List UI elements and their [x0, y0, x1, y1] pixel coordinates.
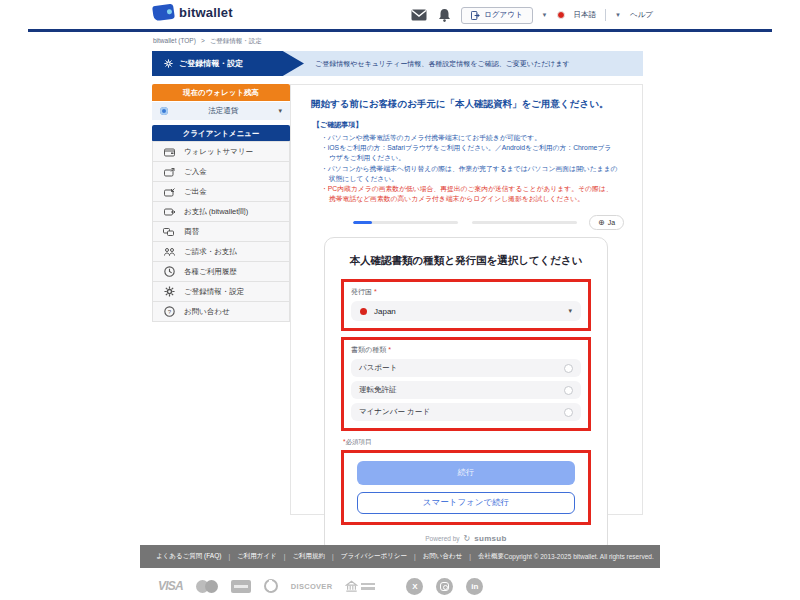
bitwallet-logo[interactable]: bitwallet — [153, 5, 233, 20]
breadcrumb-root[interactable]: bitwallet (TOP) — [153, 37, 196, 46]
bank-transfer-label-lines — [361, 583, 375, 590]
doc-option-label: マイナンバー カード — [359, 407, 430, 417]
brand-icons-row: VISA DISCOVER X in — [158, 573, 483, 599]
sidebar: 現在のウォレット残高 法定通貨 ▾ クライアントメニュー ウォレットサマリー ご… — [152, 84, 290, 322]
doc-option-mynumber-card[interactable]: マイナンバー カード — [351, 403, 581, 421]
breadcrumb-current: ご登録情報・設定 — [210, 37, 262, 46]
breadcrumb: bitwallet (TOP) > ご登録情報・設定 — [153, 37, 262, 46]
gear-icon — [164, 59, 173, 68]
banner-description: ご登録情報やセキュリティー情報、各種設定情報をご確認、ご変更いただけます — [315, 51, 635, 76]
instagram-icon[interactable] — [436, 578, 453, 595]
note-item-warning: PC内蔵カメラの画素数が低い場合、再提出のご案内が送信することがあります。その際… — [321, 184, 618, 204]
powered-by: Powered by ↻ sumsub — [341, 534, 591, 543]
bank-transfer-icon — [345, 580, 375, 593]
currency-selector[interactable]: 法定通貨 ▾ — [152, 102, 290, 120]
sidebar-item-wallet-summary[interactable]: ウォレットサマリー — [152, 141, 290, 162]
question-icon: ? — [163, 306, 175, 317]
sidebar-item-label: ウォレットサマリー — [184, 147, 253, 157]
amex-icon — [231, 580, 251, 593]
bitwallet-logo-text: bitwallet — [179, 5, 233, 20]
client-menu-header: クライアントメニュー — [152, 125, 290, 142]
sidebar-item-settings[interactable]: ご登録情報・設定 — [152, 281, 290, 302]
widget-language-button[interactable]: ⊕ Ja — [589, 215, 624, 230]
billing-icon — [163, 247, 175, 257]
deposit-icon — [163, 167, 175, 177]
footer-separator: | — [284, 553, 286, 560]
sidebar-item-label: お支払 (bitwallet間) — [184, 207, 248, 217]
japan-flag-icon — [557, 11, 565, 19]
powered-by-text: Powered by — [425, 535, 459, 542]
language-selector[interactable]: 日本語 — [574, 10, 597, 20]
mail-icon[interactable] — [411, 7, 427, 23]
footer-link-contact[interactable]: お問い合わせ — [423, 552, 463, 561]
radio-button[interactable] — [564, 386, 573, 395]
history-icon — [163, 266, 175, 277]
footer-link-company[interactable]: 会社概要 — [478, 552, 504, 561]
x-social-icon[interactable]: X — [406, 578, 423, 595]
footer-link-terms[interactable]: ご利用規約 — [292, 552, 325, 561]
sidebar-item-contact[interactable]: ? お問い合わせ — [152, 301, 290, 322]
sidebar-item-history[interactable]: 各種ご利用履歴 — [152, 261, 290, 282]
footer-links: よくあるご質問 (FAQ)| ご利用ガイド| ご利用規約| プライバシーポリシー… — [156, 552, 504, 561]
sidebar-item-exchange[interactable]: 両替 — [152, 221, 290, 242]
doc-option-passport[interactable]: パスポート — [351, 359, 581, 377]
sidebar-item-label: 各種ご利用履歴 — [184, 267, 237, 277]
sidebar-item-deposit[interactable]: ご入金 — [152, 161, 290, 182]
footer-separator: | — [469, 553, 471, 560]
radio-button[interactable] — [564, 408, 573, 417]
footer-link-guide[interactable]: ご利用ガイド — [237, 552, 277, 561]
document-select-title: 本人確認書類の種類と発行国を選択してください — [345, 253, 587, 267]
bitwallet-logo-icon — [152, 4, 175, 22]
notes-header: 【ご確認事項】 — [313, 120, 622, 130]
page-banner: ご登録情報・設定 ご登録情報やセキュリティー情報、各種設定情報をご確認、ご変更い… — [152, 51, 643, 76]
chevron-down-icon: ▾ — [568, 307, 572, 315]
required-note-text: 必須項目 — [346, 438, 372, 445]
header-divider — [605, 9, 606, 21]
footer: よくあるご質問 (FAQ)| ご利用ガイド| ご利用規約| プライバシーポリシー… — [140, 545, 660, 568]
footer-link-faq[interactable]: よくあるご質問 (FAQ) — [156, 552, 221, 561]
help-menu[interactable]: ヘルプ — [630, 10, 653, 20]
radio-button[interactable] — [564, 364, 573, 373]
footer-separator: | — [332, 553, 334, 560]
doc-option-drivers-license[interactable]: 運転免許証 — [351, 381, 581, 399]
logout-icon — [471, 11, 480, 20]
header-actions: ログアウト ▼ 日本語 ▼ ヘルプ — [411, 4, 653, 26]
instructions-title: 開始する前にお客様のお手元に「本人確認資料」をご用意ください。 — [311, 98, 624, 111]
verification-panel: 開始する前にお客様のお手元に「本人確認資料」をご用意ください。 【ご確認事項】 … — [290, 84, 643, 515]
japan-flag-icon — [360, 308, 367, 315]
note-item: パソコンから携帯端末へ切り替えの際は、作業が完了するまではパソコン画面は開いたま… — [321, 164, 618, 184]
widget-language-label: Ja — [608, 219, 615, 226]
notification-bell-icon[interactable] — [436, 7, 452, 23]
sumsub-logo-icon: ↻ — [464, 535, 471, 543]
doc-option-label: パスポート — [359, 363, 397, 373]
linkedin-icon[interactable]: in — [466, 578, 483, 595]
sidebar-item-payment[interactable]: お支払 (bitwallet間) — [152, 201, 290, 222]
doc-type-group-highlight: 書類の種類 * パスポート 運転免許証 マイナンバー カード — [341, 337, 591, 431]
globe-icon: ⊕ — [598, 219, 605, 227]
logout-button[interactable]: ログアウト — [461, 7, 532, 24]
instagram-glyph — [440, 582, 449, 591]
wallet-balance-header: 現在のウォレット残高 — [152, 84, 290, 101]
footer-link-privacy[interactable]: プライバシーポリシー — [341, 552, 407, 561]
header-underline — [28, 29, 772, 32]
required-fields-note: *必須項目 — [343, 438, 591, 447]
progress-bar: ⊕ Ja — [353, 215, 624, 230]
footer-separator: | — [228, 553, 230, 560]
doc-type-label-text: 書類の種類 — [351, 346, 386, 353]
note-item: パソコンや携帯電話等のカメラ付携帯端末にてお手続きが可能です。 — [321, 133, 618, 143]
country-field-group-highlight: 発行国 * Japan ▾ — [341, 279, 591, 331]
doc-option-label: 運転免許証 — [359, 385, 397, 395]
chevron-down-icon[interactable]: ▼ — [542, 12, 548, 18]
sidebar-item-withdraw[interactable]: ご出金 — [152, 181, 290, 202]
svg-text:?: ? — [167, 309, 171, 315]
payment-icon — [163, 207, 175, 217]
continue-button[interactable]: 続行 — [357, 461, 575, 485]
chevron-down-icon[interactable]: ▼ — [615, 12, 621, 18]
exchange-icon — [163, 227, 175, 237]
wallet-summary-icon — [163, 147, 175, 157]
country-field-label: 発行国 * — [351, 287, 581, 297]
header: bitwallet ログアウト ▼ 日本語 ▼ ヘルプ — [0, 0, 800, 30]
country-select[interactable]: Japan ▾ — [351, 301, 581, 321]
continue-on-smartphone-button[interactable]: スマートフォンで続行 — [357, 492, 575, 514]
sidebar-item-billing[interactable]: ご請求・お支払 — [152, 241, 290, 262]
